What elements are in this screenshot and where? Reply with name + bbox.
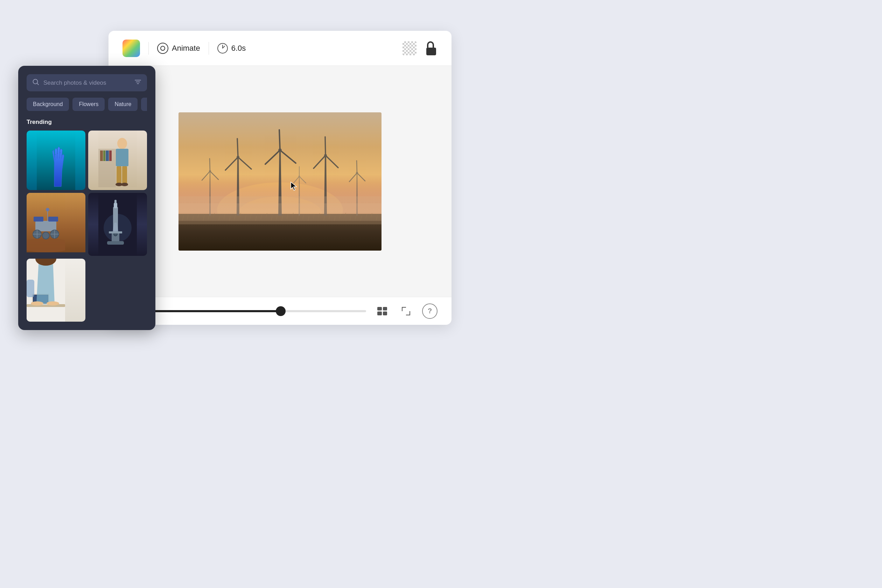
search-bar: Search photos & videos [27,74,147,92]
timeline-thumb[interactable] [276,306,286,316]
tag-row: Background Flowers Nature [27,98,147,111]
grid-view-button[interactable] [375,303,390,319]
svg-line-65 [357,160,357,173]
toolbar-divider [148,42,149,55]
grid-icon [377,307,387,315]
thumb-person-bg [88,130,147,190]
media-thumb-mars[interactable] [27,193,86,256]
svg-line-60 [210,159,210,171]
app-logo [123,39,140,57]
svg-rect-93 [122,166,127,184]
svg-point-95 [121,183,128,186]
svg-line-45 [279,130,280,150]
svg-line-50 [237,139,238,157]
expand-icon [402,307,410,315]
animate-label: Animate [172,44,200,53]
svg-rect-108 [34,217,44,222]
editor-window: Animate 6.0s [108,31,452,325]
tag-background[interactable]: Background [27,98,69,111]
clock-icon [218,43,228,54]
svg-rect-89 [109,150,112,161]
canvas-image [178,112,381,250]
media-thumb-microscope[interactable] [88,193,147,256]
search-icon [32,78,39,87]
svg-line-55 [325,137,326,155]
svg-rect-74 [178,203,381,221]
media-thumb-office[interactable] [27,259,86,322]
svg-rect-91 [116,149,129,166]
checker-button[interactable] [402,41,417,55]
svg-line-76 [37,83,39,85]
timeline-track[interactable] [123,310,366,312]
svg-point-100 [42,232,50,239]
svg-rect-86 [100,150,103,161]
animate-button[interactable]: Animate [157,43,200,54]
lock-button[interactable] [425,41,438,55]
wind-scene-svg [178,112,381,250]
svg-rect-88 [106,150,109,161]
svg-point-107 [46,208,50,212]
expand-button[interactable] [398,303,414,319]
svg-point-90 [117,138,127,149]
lock-body [426,48,436,55]
bottom-controls: ? [108,297,452,325]
svg-rect-116 [114,200,117,203]
svg-rect-98 [35,221,56,231]
lock-shackle [427,41,434,48]
svg-rect-115 [114,202,117,208]
svg-rect-119 [109,231,122,234]
svg-rect-114 [107,241,124,244]
search-input[interactable]: Search photos & videos [44,80,130,87]
help-button[interactable]: ? [422,303,438,319]
media-thumb-hand[interactable] [27,130,86,190]
trending-label: Trending [27,118,147,126]
toolbar: Animate 6.0s [108,31,452,66]
tag-more[interactable] [141,98,147,111]
svg-rect-92 [117,166,122,184]
svg-rect-87 [103,150,105,161]
media-thumb-person[interactable] [88,130,147,190]
toolbar-divider-2 [208,42,209,55]
filter-icon[interactable] [134,79,141,87]
thumb-microscope-bg [88,193,147,256]
tag-nature[interactable]: Nature [108,98,138,111]
media-panel: Search photos & videos Background Flower… [18,66,155,330]
tag-flowers[interactable]: Flowers [72,98,105,111]
time-label: 6.0s [231,44,246,53]
time-display: 6.0s [218,43,246,54]
svg-rect-129 [27,280,34,297]
svg-point-127 [46,302,59,306]
thumb-office-bg [27,259,86,322]
thumb-mars-bg [27,193,86,252]
svg-rect-109 [48,217,58,222]
canvas-area [108,66,452,297]
media-grid [27,130,147,322]
thumb-hand-bg [27,130,86,190]
svg-point-97 [27,238,65,252]
animate-icon [157,43,168,54]
svg-point-126 [31,302,44,306]
